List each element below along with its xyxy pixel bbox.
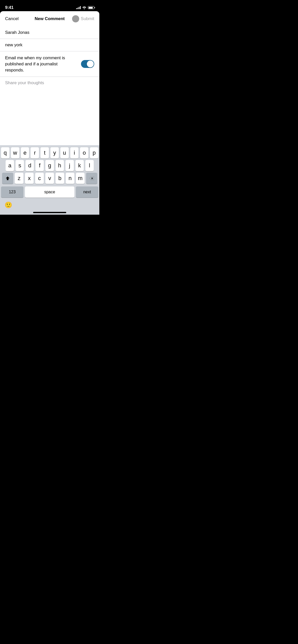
email-toggle[interactable] <box>81 60 94 68</box>
thoughts-area <box>0 77 99 136</box>
numbers-key[interactable]: 123 <box>1 186 23 198</box>
signal-icon <box>76 6 81 9</box>
status-time: 9:41 <box>5 5 13 10</box>
delete-key[interactable] <box>86 173 97 184</box>
key-e[interactable]: e <box>21 147 29 158</box>
modal-sheet: Cancel New Comment Submit Email me when … <box>0 11 99 215</box>
delete-icon <box>89 176 94 180</box>
key-a[interactable]: a <box>6 160 14 171</box>
key-u[interactable]: u <box>60 147 69 158</box>
keyboard: q w e r t y u i o p a s d f g h j k <box>0 145 99 215</box>
wifi-icon <box>82 6 86 9</box>
email-toggle-label: Email me when my comment is published an… <box>5 55 81 73</box>
key-row-2: a s d f g h j k l <box>1 160 98 171</box>
key-j[interactable]: j <box>65 160 74 171</box>
avatar <box>72 15 79 22</box>
form-area: Email me when my comment is published an… <box>0 26 99 136</box>
key-s[interactable]: s <box>16 160 24 171</box>
key-i[interactable]: i <box>70 147 79 158</box>
nav-title: New Comment <box>35 16 65 21</box>
key-z[interactable]: z <box>15 173 23 184</box>
thoughts-input[interactable] <box>5 80 94 131</box>
key-n[interactable]: n <box>66 173 74 184</box>
key-x[interactable]: x <box>25 173 34 184</box>
key-h[interactable]: h <box>56 160 64 171</box>
key-d[interactable]: d <box>25 160 34 171</box>
location-field-container <box>0 39 99 51</box>
submit-button[interactable]: Submit <box>81 16 94 21</box>
emoji-button[interactable]: 🙂 <box>4 201 13 209</box>
key-bottom-row: 123 space next <box>0 186 99 198</box>
key-m[interactable]: m <box>76 173 85 184</box>
key-k[interactable]: k <box>75 160 84 171</box>
status-icons <box>76 6 94 9</box>
key-v[interactable]: v <box>45 173 54 184</box>
name-input[interactable] <box>5 30 94 35</box>
key-r[interactable]: r <box>31 147 39 158</box>
key-row-1: q w e r t y u i o p <box>1 147 98 158</box>
keyboard-rows: q w e r t y u i o p a s d f g h j k <box>0 145 99 186</box>
key-g[interactable]: g <box>45 160 54 171</box>
cancel-button[interactable]: Cancel <box>5 16 19 21</box>
key-t[interactable]: t <box>40 147 49 158</box>
nav-bar: Cancel New Comment Submit <box>0 11 99 26</box>
bottom-spacer <box>0 213 99 215</box>
shift-icon <box>5 176 10 181</box>
key-q[interactable]: q <box>1 147 9 158</box>
key-o[interactable]: o <box>80 147 88 158</box>
key-l[interactable]: l <box>85 160 94 171</box>
status-bar: 9:41 <box>0 0 99 12</box>
email-toggle-row: Email me when my comment is published an… <box>0 51 99 77</box>
key-b[interactable]: b <box>56 173 64 184</box>
name-field-container <box>0 26 99 39</box>
location-input[interactable] <box>5 42 94 48</box>
key-y[interactable]: y <box>50 147 59 158</box>
toggle-thumb <box>87 61 94 67</box>
key-c[interactable]: c <box>35 173 44 184</box>
shift-key[interactable] <box>2 173 13 184</box>
keyboard-bottom-bar: 🙂 <box>0 199 99 212</box>
key-p[interactable]: p <box>90 147 98 158</box>
next-key[interactable]: next <box>76 186 98 198</box>
key-row-3: z x c v b n m <box>1 173 98 184</box>
submit-wrapper: Submit <box>72 15 94 22</box>
key-f[interactable]: f <box>35 160 44 171</box>
battery-icon <box>88 6 94 9</box>
key-w[interactable]: w <box>11 147 19 158</box>
space-key[interactable]: space <box>25 186 74 198</box>
